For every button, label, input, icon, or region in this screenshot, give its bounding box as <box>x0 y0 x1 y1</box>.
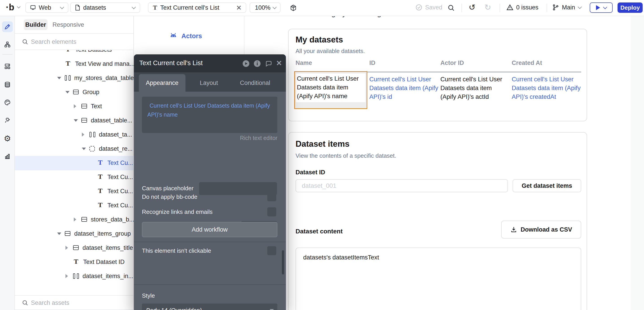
inspector-title: Text Current cell's List <box>139 59 203 67</box>
database-button[interactable] <box>2 79 13 90</box>
undo-icon[interactable]: ↺ <box>469 3 476 12</box>
components-icon <box>4 63 11 70</box>
preview-button[interactable] <box>590 3 612 13</box>
search-elements-row <box>15 34 134 50</box>
tab-responsive[interactable]: Responsive <box>52 19 84 30</box>
issues-indicator[interactable]: 0 issues <box>506 4 538 11</box>
dataset-id-input-wrap <box>296 179 508 192</box>
sitemap-button[interactable] <box>2 39 13 50</box>
rich-text-editor-link[interactable]: Rich text editor <box>240 135 278 141</box>
section-divider <box>134 284 286 285</box>
tree-item-label: Text Datasets <box>75 50 112 53</box>
deploy-button[interactable]: Deploy <box>618 3 643 13</box>
tree-item[interactable]: TText Cu... <box>15 156 134 170</box>
environment-selector[interactable]: Web <box>25 3 68 13</box>
add-workflow-button[interactable]: Add workflow <box>142 222 278 237</box>
get-dataset-items-button[interactable]: Get dataset items <box>512 179 581 192</box>
search-icon[interactable] <box>448 4 455 12</box>
tree-item-label: dataset_items_in... <box>82 273 134 280</box>
branch-selector[interactable]: Main <box>552 4 581 11</box>
search-assets-input[interactable] <box>30 296 126 310</box>
dataset-id-input[interactable] <box>296 180 508 192</box>
chevron-down-icon[interactable] <box>57 232 61 235</box>
app-menu[interactable]: ·b <box>6 2 20 12</box>
components-button[interactable] <box>2 61 13 72</box>
chevron-down-icon[interactable] <box>66 91 70 93</box>
chevron-down-icon <box>132 5 136 9</box>
logs-button[interactable] <box>2 151 13 162</box>
sidebar-item-actors[interactable]: Actors <box>169 30 202 42</box>
tree-item[interactable]: dataset_table... <box>15 113 134 128</box>
canvas-placeholder-label: Canvas placeholder <box>142 185 194 192</box>
design-mode-button[interactable] <box>2 21 13 32</box>
column-header-id: ID <box>369 60 375 67</box>
chevron-right-icon[interactable] <box>82 132 84 136</box>
column-header-created-at: Created At <box>512 60 542 67</box>
tree-item[interactable]: dataset_items_title <box>15 241 134 255</box>
cell-created-at[interactable]: Current cell's List User Datasets data i… <box>512 75 588 101</box>
tree-item[interactable]: TText Cu... <box>15 198 134 213</box>
style-dropdown[interactable]: Body 14 (Overridden) <box>142 303 278 310</box>
chevron-right-icon[interactable] <box>74 217 76 222</box>
text-element-icon: T <box>98 187 102 194</box>
group-element-icon <box>73 90 79 94</box>
package-icon[interactable] <box>290 4 297 12</box>
inspector-header[interactable]: Text Current cell's List ✕ <box>134 54 286 72</box>
plugins-button[interactable] <box>2 115 13 125</box>
links-checkbox[interactable] <box>267 207 276 216</box>
element-tab[interactable]: T Text Current cell's List ✕ <box>148 3 246 13</box>
tree-item[interactable]: dataset_re... <box>15 142 134 156</box>
tab-conditional[interactable]: Conditional <box>240 74 270 92</box>
repeat-element-icon <box>90 146 95 151</box>
tree-item[interactable]: my_stores_data_table <box>15 71 134 85</box>
tree-item[interactable]: Text <box>15 99 134 114</box>
redo-icon[interactable]: ↻ <box>484 3 491 12</box>
tab-appearance[interactable]: Appearance <box>139 74 186 92</box>
element-tree: TText DatasetsTText View and mana...my_s… <box>15 50 134 295</box>
search-elements-input[interactable] <box>30 34 126 50</box>
download-csv-button[interactable]: Download as CSV <box>501 221 581 239</box>
close-icon[interactable]: ✕ <box>236 4 242 12</box>
cell-id[interactable]: Current cell's List User Datasets data i… <box>369 75 444 101</box>
chevron-down-icon[interactable] <box>74 119 78 122</box>
inspector-scrollbar[interactable] <box>282 250 284 274</box>
canvas-gutter <box>631 16 644 310</box>
tree-item[interactable]: TText Datasets <box>15 50 134 57</box>
clickable-checkbox[interactable] <box>267 246 276 255</box>
tree-item[interactable]: dataset_items_in... <box>15 269 134 283</box>
bbcode-checkbox[interactable] <box>267 192 276 201</box>
chevron-right-icon[interactable] <box>66 274 68 278</box>
tree-item[interactable]: dataset_ta... <box>15 128 134 142</box>
card-title: My datasets <box>296 35 343 45</box>
zoom-selector[interactable]: 100% <box>250 3 280 13</box>
tree-item[interactable]: TText Dataset ID <box>15 255 134 269</box>
toolbar-divider <box>500 4 500 12</box>
cols-element-icon <box>90 132 95 137</box>
canvas-placeholder-input[interactable] <box>199 182 277 195</box>
chevron-right-icon[interactable] <box>74 104 76 108</box>
settings-button[interactable]: ⚙ <box>2 133 13 144</box>
tab-builder[interactable]: Builder <box>24 19 48 30</box>
tree-item[interactable]: stores_data_b... <box>15 213 134 227</box>
chevron-down-icon[interactable] <box>57 77 61 79</box>
tree-item[interactable]: Group <box>15 85 134 99</box>
comment-icon[interactable] <box>265 60 272 67</box>
selected-text-element[interactable]: Current cell's List User Datasets data i… <box>294 71 367 109</box>
rich-text-field[interactable]: Current cell's List User Datasets data i… <box>142 97 278 133</box>
chevron-right-icon[interactable] <box>66 246 68 250</box>
play-circle-icon[interactable] <box>242 60 250 67</box>
chevron-down-icon[interactable] <box>82 147 86 150</box>
page-selector[interactable]: datasets <box>70 3 140 13</box>
search-icon <box>22 300 28 305</box>
chevron-down-icon <box>578 5 582 9</box>
tree-item[interactable]: TText Cu... <box>15 184 134 199</box>
tree-item[interactable]: TText View and mana... <box>15 57 134 71</box>
tab-layout[interactable]: Layout <box>200 74 218 92</box>
tree-item[interactable]: dataset_items_group <box>15 227 134 241</box>
close-icon[interactable]: ✕ <box>276 59 284 67</box>
info-icon[interactable] <box>254 60 261 67</box>
styles-button[interactable] <box>2 97 13 108</box>
tree-item-label: Text Dataset ID <box>83 259 125 265</box>
tree-item-label: my_stores_data_table <box>74 75 134 82</box>
tree-item[interactable]: TText Cu... <box>15 170 134 185</box>
